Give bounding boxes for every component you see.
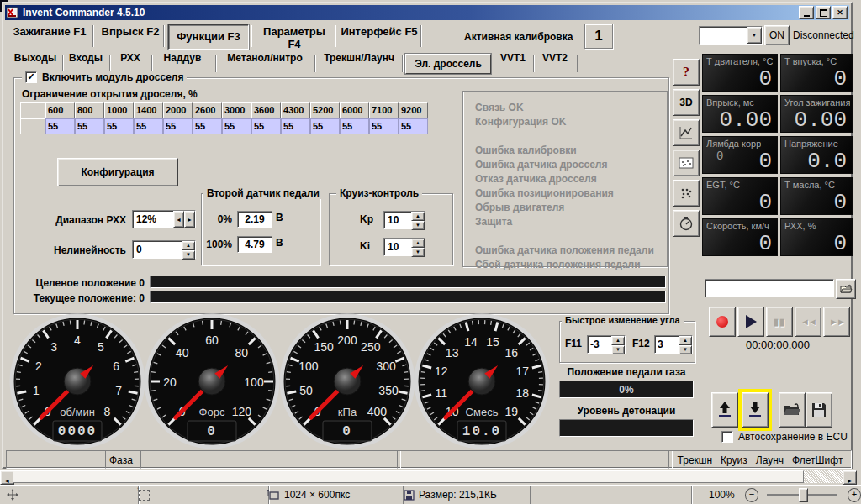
limit-table-rpm-cell[interactable]: 2600 <box>193 102 222 118</box>
pedal-100-field[interactable]: 4.79 <box>237 236 272 253</box>
limit-table-value-cell[interactable]: 55 <box>281 118 310 134</box>
minimize-button[interactable] <box>799 6 814 19</box>
zoom-out-button[interactable]: − <box>745 488 758 502</box>
record-button[interactable] <box>709 307 736 337</box>
limit-table-rpm-cell[interactable]: 3000 <box>222 102 251 118</box>
open-file-button[interactable] <box>779 392 806 428</box>
svg-text:19: 19 <box>505 405 519 418</box>
limit-table-value-cell[interactable]: 55 <box>45 118 75 134</box>
f11-down-button[interactable]: ▼ <box>611 345 625 354</box>
range-spinbox[interactable]: 12% ◄► <box>132 210 196 228</box>
ki-spinbox[interactable]: 10 ▲▼ <box>383 238 425 256</box>
scrollbar-track[interactable] <box>804 470 843 483</box>
limit-table-value-cell[interactable]: 55 <box>340 118 369 134</box>
upload-button[interactable] <box>711 392 738 428</box>
help-button[interactable]: ? <box>673 59 700 86</box>
limit-table-rpm-cell[interactable]: 9200 <box>399 102 428 118</box>
rewind-button[interactable]: ◄◄ <box>795 307 821 337</box>
limit-table-value-cell[interactable]: 55 <box>163 118 193 134</box>
limit-table-value-cell[interactable]: 55 <box>251 118 281 134</box>
tab-vvt1[interactable]: VVT1 <box>496 52 530 76</box>
fast-forward-button[interactable]: ►► <box>823 307 850 337</box>
tab-e-throttle[interactable]: Эл. дроссель <box>405 54 491 74</box>
connect-on-button[interactable]: ON <box>764 25 790 45</box>
status-message-line: Ошибка датчика дросселя <box>475 159 654 173</box>
limit-table-value-cell[interactable]: 55 <box>134 118 163 134</box>
ki-up-button[interactable]: ▲ <box>411 239 425 248</box>
scroll-right-button[interactable]: ► <box>843 470 857 485</box>
limit-table-rpm-cell[interactable]: 6000 <box>340 102 369 118</box>
menu-functions[interactable]: Функции F3 <box>168 24 249 50</box>
kp-up-button[interactable]: ▲ <box>411 212 425 221</box>
pause-button[interactable]: ▮▮ <box>766 307 793 337</box>
maximize-button[interactable] <box>816 6 831 19</box>
module-enable-checkbox[interactable]: ✓ <box>25 71 37 83</box>
limit-table-rpm-cell[interactable]: 4300 <box>281 102 310 118</box>
autosave-checkbox[interactable] <box>721 431 733 443</box>
limit-table-rpm-cell[interactable]: 3600 <box>251 102 281 118</box>
scrollbar-thumb[interactable] <box>13 470 804 483</box>
f11-up-button[interactable]: ▲ <box>611 336 625 345</box>
kp-down-button[interactable]: ▼ <box>411 221 425 230</box>
nonlinearity-spinbox[interactable]: 0 ▲▼ <box>132 240 196 259</box>
zoom-slider-handle[interactable] <box>799 488 808 502</box>
limit-table-rpm-cell[interactable]: 800 <box>75 102 104 118</box>
limit-table-value-cell[interactable]: 55 <box>193 118 222 134</box>
tab-methanol[interactable]: Метанол/нитро <box>222 52 308 76</box>
menu-interface[interactable]: Интерфейс F5 <box>340 25 419 49</box>
f12-spinbox[interactable]: 3 ▲▼ <box>654 335 693 354</box>
f12-down-button[interactable]: ▼ <box>679 345 692 354</box>
svg-text:6: 6 <box>113 360 119 373</box>
pedal-0-field[interactable]: 2.19 <box>237 211 272 228</box>
limit-table-value-cell[interactable]: 55 <box>399 118 428 134</box>
timer-button[interactable] <box>673 210 700 237</box>
limit-table-value-cell[interactable]: 55 <box>369 118 399 134</box>
play-button[interactable] <box>737 307 764 337</box>
chart-button[interactable] <box>673 119 700 146</box>
port-combobox[interactable]: ▼ <box>699 26 763 45</box>
menu-parameters[interactable]: Параметры F4 <box>256 25 333 49</box>
horizontal-scrollbar: ◄ ► <box>0 470 861 484</box>
limit-table-rpm-cell[interactable]: 7100 <box>369 102 399 118</box>
zoom-slider-track[interactable] <box>767 494 837 496</box>
limit-table-value-cell[interactable]: 55 <box>104 118 134 134</box>
kp-spinbox[interactable]: 10 ▲▼ <box>383 211 425 229</box>
view-3d-button[interactable]: 3D <box>673 89 700 116</box>
limit-table-value-cell[interactable]: 55 <box>310 118 340 134</box>
combobox-dropdown-button[interactable]: ▼ <box>747 27 762 44</box>
limit-table-rpm-cell[interactable]: 1400 <box>134 102 163 118</box>
limit-table-rpm-cell[interactable]: 1000 <box>104 102 134 118</box>
f11-spinbox[interactable]: -3 ▲▼ <box>587 335 626 354</box>
matrix-button[interactable] <box>673 180 700 207</box>
f12-up-button[interactable]: ▲ <box>679 336 692 345</box>
ki-down-button[interactable]: ▼ <box>411 248 425 257</box>
log-button[interactable] <box>673 150 700 176</box>
menu-ignition[interactable]: Зажигание F1 <box>10 25 89 49</box>
zoom-in-button[interactable]: + <box>848 488 861 502</box>
traction-panel: Трекшн Круиз Лаунч ФлетШифт <box>668 450 852 469</box>
nonlinearity-up-button[interactable]: ▲ <box>182 241 195 250</box>
record-file-input[interactable] <box>705 279 834 297</box>
download-button[interactable] <box>742 392 769 428</box>
sensor-tile-subvalue: 0 <box>716 150 723 163</box>
tab-vvt2[interactable]: VVT2 <box>538 52 572 76</box>
arrow-right-icon: ► <box>847 478 853 484</box>
limit-table-rpm-cell[interactable]: 600 <box>45 102 75 118</box>
limit-table-value-cell[interactable]: 55 <box>75 118 104 134</box>
menu-injection[interactable]: Впрыск F2 <box>99 25 161 49</box>
quick-angle-title: Быстрое изменение угла <box>562 315 684 325</box>
limit-table-value-cell[interactable]: 55 <box>222 118 251 134</box>
range-right-button[interactable]: ► <box>184 211 195 228</box>
svg-text:80: 80 <box>235 346 249 360</box>
title-bar: Invent Commander 4.5.10 ✕ <box>5 5 849 20</box>
nonlinearity-down-button[interactable]: ▼ <box>182 250 195 260</box>
svg-text:350: 350 <box>378 384 399 397</box>
limit-table-rpm-cell[interactable]: 2000 <box>163 102 193 118</box>
limit-table-rpm-cell[interactable]: 5200 <box>310 102 340 118</box>
close-button[interactable]: ✕ <box>832 6 848 19</box>
range-left-button[interactable]: ◄ <box>173 211 184 228</box>
configuration-button[interactable]: Конфигурация <box>57 158 178 186</box>
tab-traction-launch[interactable]: Трекшн/Лаунч <box>320 52 399 76</box>
record-browse-button[interactable] <box>836 279 856 299</box>
save-button[interactable] <box>806 392 832 428</box>
